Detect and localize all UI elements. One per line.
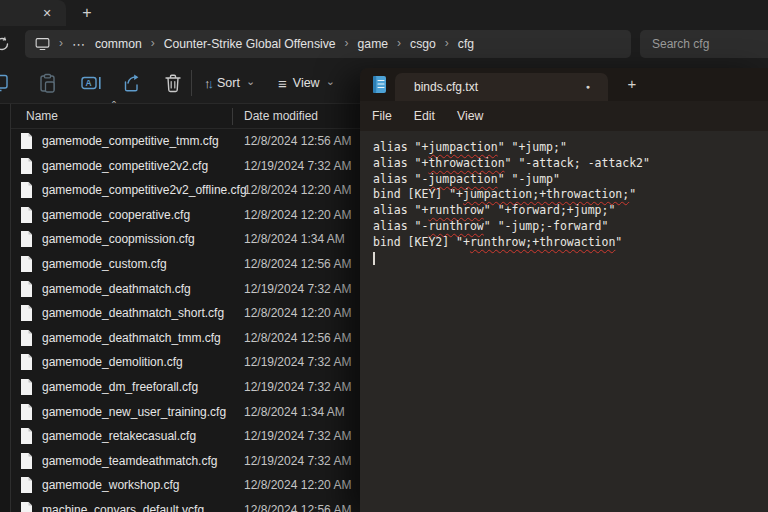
code-text: " <box>629 187 636 201</box>
code-text: " "-jump;-forward" <box>484 219 609 233</box>
close-tab-icon[interactable]: ✕ <box>38 4 56 22</box>
file-name: gamemode_custom.cfg <box>42 252 167 277</box>
sort-ascending-icon: ˆ <box>112 100 116 114</box>
editor-line: alias "+throwaction" "-attack; -attack2" <box>373 156 768 172</box>
breadcrumb: › ⋯ common›Counter-Strike Global Offensi… <box>25 30 631 58</box>
sort-icon: ↑↓ <box>204 76 211 91</box>
code-text: " "+jump;" <box>498 140 567 154</box>
column-divider[interactable] <box>232 108 233 125</box>
file-date-modified: 12/8/2024 1:34 AM <box>244 227 345 252</box>
file-name: gamemode_demolition.cfg <box>42 350 183 375</box>
file-name: gamemode_cooperative.cfg <box>42 203 190 228</box>
misspelled-text: runthrow <box>428 203 483 217</box>
code-text: alias "+ <box>373 140 428 154</box>
editor-line: bind [KEY2] "+runthrow;+throwaction" <box>373 235 768 251</box>
misspelled-text: throwaction <box>428 156 504 170</box>
chevron-down-icon: ⌄ <box>246 75 255 88</box>
file-name: gamemode_deathmatch.cfg <box>42 277 191 302</box>
menu-item-edit[interactable]: Edit <box>403 101 446 131</box>
breadcrumb-item[interactable]: common <box>95 37 142 51</box>
misspelled-text: jumpaction <box>428 172 497 186</box>
sort-label: Sort <box>217 76 240 90</box>
notepad-new-tab-icon[interactable]: + <box>620 72 644 96</box>
search-input[interactable] <box>640 30 768 58</box>
code-text: " "-jump" <box>498 172 560 186</box>
file-date-modified: 12/8/2024 12:20 AM <box>244 473 351 498</box>
editor-line: bind [KEY] "+jumpaction;+throwaction;" <box>373 187 768 203</box>
file-date-modified: 12/19/2024 7:32 AM <box>244 154 351 179</box>
chevron-right-icon[interactable]: › <box>397 36 401 50</box>
file-date-modified: 12/8/2024 12:20 AM <box>244 301 351 326</box>
notepad-title-bar: binds.cfg.txt ● + <box>360 68 768 101</box>
editor-line: alias "-runthrow" "-jump;-forward" <box>373 219 768 235</box>
file-date-modified: 12/8/2024 12:20 AM <box>244 203 351 228</box>
share-icon[interactable] <box>121 72 143 94</box>
notepad-document-tab[interactable]: binds.cfg.txt ● <box>395 73 608 101</box>
file-icon <box>20 207 33 223</box>
file-name: gamemode_teamdeathmatch.cfg <box>42 449 217 474</box>
explorer-tab-bar: ✕ + <box>0 0 768 26</box>
breadcrumb-item[interactable]: csgo <box>410 37 436 51</box>
file-icon <box>20 281 33 297</box>
file-icon <box>20 379 33 395</box>
file-icon <box>20 305 33 321</box>
chevron-down-icon: ⌄ <box>326 75 335 88</box>
file-name: gamemode_competitive2v2.cfg <box>42 154 208 179</box>
editor-line: alias "+runthrow" "+forward;+jump;" <box>373 203 768 219</box>
screen: ✕ + › ⋯ common›Counter-Strike Global Off… <box>0 0 768 512</box>
file-date-modified: 12/19/2024 7:32 AM <box>244 449 351 474</box>
file-icon <box>20 404 33 420</box>
file-date-modified: 12/8/2024 12:56 AM <box>244 252 351 277</box>
paste-icon[interactable] <box>36 72 58 94</box>
refresh-icon[interactable] <box>0 34 12 54</box>
column-header-name[interactable]: Name <box>26 104 58 129</box>
text-cursor <box>373 252 375 265</box>
file-name: gamemode_workshop.cfg <box>42 473 179 498</box>
chevron-right-icon[interactable]: › <box>345 36 349 50</box>
breadcrumb-item[interactable]: Counter-Strike Global Offensive <box>164 37 336 51</box>
file-date-modified: 12/8/2024 12:20 AM <box>244 178 351 203</box>
file-icon <box>20 453 33 469</box>
file-date-modified: 12/8/2024 12:56 AM <box>244 498 351 512</box>
explorer-active-tab[interactable]: ✕ <box>0 0 66 26</box>
file-name: gamemode_deathmatch_short.cfg <box>42 301 224 326</box>
file-icon <box>20 182 33 198</box>
breadcrumb-item[interactable]: game <box>358 37 389 51</box>
chevron-right-icon[interactable]: › <box>445 36 449 50</box>
delete-icon[interactable] <box>162 72 184 94</box>
file-date-modified: 12/19/2024 7:32 AM <box>244 350 351 375</box>
view-icon: ≡ <box>278 75 287 92</box>
explorer-address-bar-row: › ⋯ common›Counter-Strike Global Offensi… <box>0 26 768 62</box>
misspelled-text: runthrow <box>428 219 483 233</box>
chevron-right-icon[interactable]: › <box>59 36 63 50</box>
this-pc-icon[interactable] <box>35 37 50 51</box>
rename-icon[interactable]: A <box>80 72 102 94</box>
misspelled-text: jumpaction;+throwaction; <box>463 187 629 201</box>
file-name: gamemode_coopmission.cfg <box>42 227 195 252</box>
new-tab-icon[interactable]: + <box>76 2 98 24</box>
notepad-window: binds.cfg.txt ● + FileEditView alias "+j… <box>360 68 768 512</box>
breadcrumb-ellipsis[interactable]: ⋯ <box>72 37 86 52</box>
sort-dropdown[interactable]: ↑↓ Sort ⌄ <box>204 70 255 96</box>
notepad-text-area[interactable]: alias "+jumpaction" "+jump;"alias "+thro… <box>360 131 768 512</box>
chevron-right-icon[interactable]: › <box>151 36 155 50</box>
file-icon <box>20 231 33 247</box>
file-icon <box>20 428 33 444</box>
menu-item-view[interactable]: View <box>446 101 494 131</box>
breadcrumb-item[interactable]: cfg <box>458 37 474 51</box>
column-header-date-modified[interactable]: Date modified <box>244 104 318 129</box>
file-name: gamemode_competitive2v2_offline.cfg <box>42 178 247 203</box>
svg-text:A: A <box>85 78 91 88</box>
code-text: bind [KEY2] "+ <box>373 235 470 249</box>
file-name: machine_convars_default.vcfg <box>42 498 204 512</box>
menu-item-file[interactable]: File <box>361 101 403 131</box>
file-date-modified: 12/8/2024 12:56 AM <box>244 326 351 351</box>
search-box <box>640 30 768 58</box>
copy-icon[interactable] <box>0 72 11 94</box>
view-dropdown[interactable]: ≡ View ⌄ <box>278 70 335 96</box>
code-text: " <box>615 235 622 249</box>
unsaved-changes-indicator: ● <box>586 73 590 101</box>
notepad-app-icon <box>372 75 387 94</box>
file-date-modified: 12/19/2024 7:32 AM <box>244 424 351 449</box>
file-date-modified: 12/19/2024 7:32 AM <box>244 277 351 302</box>
